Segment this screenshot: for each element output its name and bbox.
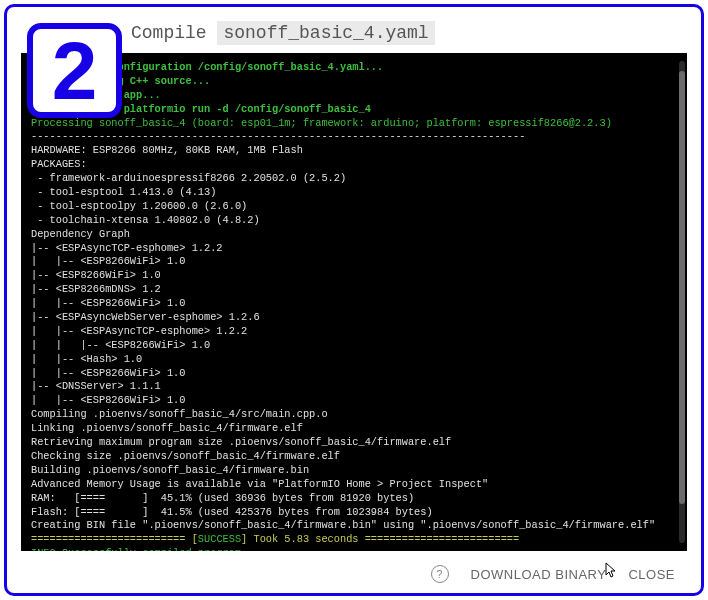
log-line: |-- <ESPAsyncTCP-esphome> 1.2.2 <box>31 242 223 254</box>
info-label: INFO <box>31 547 56 551</box>
terminal-panel: INFO Reading configuration /config/sonof… <box>21 53 687 551</box>
log-line: ] Took 5.83 seconds ====================… <box>241 533 519 545</box>
close-button[interactable]: CLOSE <box>628 567 675 582</box>
log-line: PACKAGES: <box>31 158 87 170</box>
log-line: Creating BIN file ".pioenvs/sonoff_basic… <box>31 519 655 531</box>
log-line: ----------------------------------------… <box>31 130 525 142</box>
log-line: - toolchain-xtensa 1.40802.0 (4.8.2) <box>31 214 260 226</box>
log-line: HARDWARE: ESP8266 80MHz, 80KB RAM, 1MB F… <box>31 144 303 156</box>
log-line: - tool-esptoolpy 1.20600.0 (2.6.0) <box>31 200 247 212</box>
log-line: Dependency Graph <box>31 228 130 240</box>
log-line: Advanced Memory Usage is available via "… <box>31 478 488 490</box>
log-line: Processing sonoff_basic_4 (board: esp01_… <box>31 117 612 129</box>
log-line: Successfully compiled program. <box>56 547 248 551</box>
title-prefix: Compile <box>131 23 217 43</box>
log-line: | |-- <ESPAsyncTCP-esphome> 1.2.2 <box>31 325 247 337</box>
step-badge: 2 <box>27 23 122 118</box>
scrollbar-thumb[interactable] <box>679 71 685 505</box>
log-line: |-- <ESPAsyncWebServer-esphome> 1.2.6 <box>31 311 260 323</box>
log-line: - tool-esptool 1.413.0 (4.13) <box>31 186 216 198</box>
download-binary-button[interactable]: DOWNLOAD BINARY <box>471 567 607 582</box>
log-line: RAM: [==== ] 45.1% (used 36936 bytes fro… <box>31 492 414 504</box>
log-line: Retrieving maximum program size .pioenvs… <box>31 436 451 448</box>
success-label: SUCCESS <box>198 533 241 545</box>
log-line: Flash: [==== ] 41.5% (used 425376 bytes … <box>31 506 433 518</box>
log-line: |-- <DNSServer> 1.1.1 <box>31 380 161 392</box>
log-line: | | |-- <ESP8266WiFi> 1.0 <box>31 339 210 351</box>
step-number: 2 <box>52 30 98 112</box>
log-line: Compiling .pioenvs/sonoff_basic_4/src/ma… <box>31 408 328 420</box>
log-line: Checking size .pioenvs/sonoff_basic_4/fi… <box>31 450 340 462</box>
dialog-footer: ? DOWNLOAD BINARY CLOSE <box>7 551 701 593</box>
log-line: - framework-arduinoespressif8266 2.20502… <box>31 172 346 184</box>
log-line: Building .pioenvs/sonoff_basic_4/firmwar… <box>31 464 309 476</box>
log-line: | |-- <ESP8266WiFi> 1.0 <box>31 255 185 267</box>
title-filename: sonoff_basic_4.yaml <box>217 21 434 45</box>
help-icon[interactable]: ? <box>431 565 449 583</box>
terminal-output[interactable]: INFO Reading configuration /config/sonof… <box>21 53 677 551</box>
compile-dialog: 2 Compile sonoff_basic_4.yaml INFO Readi… <box>4 4 704 596</box>
log-line: | |-- <Hash> 1.0 <box>31 353 142 365</box>
log-line: | |-- <ESP8266WiFi> 1.0 <box>31 297 185 309</box>
log-line: |-- <ESP8266mDNS> 1.2 <box>31 283 161 295</box>
log-line: |-- <ESP8266WiFi> 1.0 <box>31 269 161 281</box>
terminal-scrollbar[interactable] <box>679 61 685 543</box>
log-line: | |-- <ESP8266WiFi> 1.0 <box>31 394 185 406</box>
log-line: | |-- <ESP8266WiFi> 1.0 <box>31 367 185 379</box>
log-line: Linking .pioenvs/sonoff_basic_4/firmware… <box>31 422 303 434</box>
log-line: ========================= [ <box>31 533 198 545</box>
